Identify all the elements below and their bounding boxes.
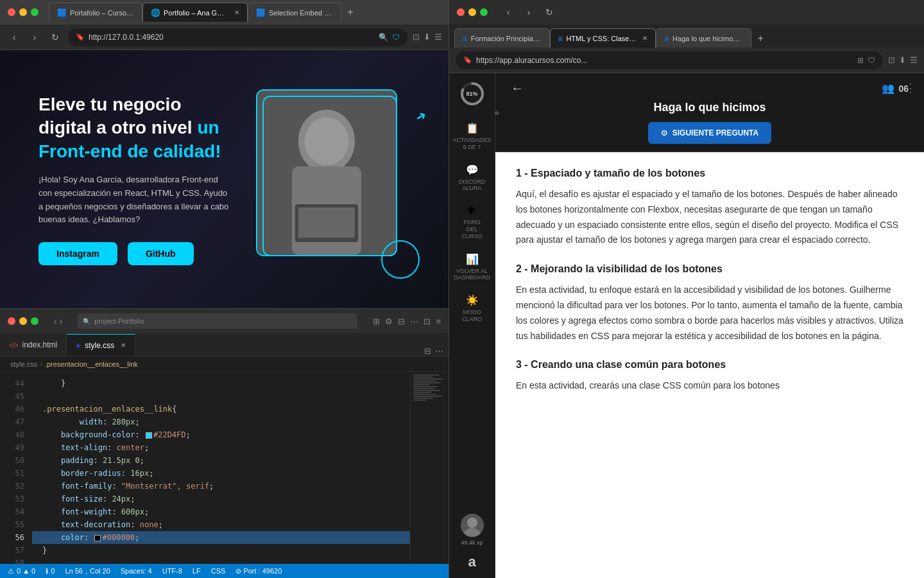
minimize-button[interactable] bbox=[19, 8, 27, 16]
sidebar-item-dashboard[interactable]: 📊 VOLVER ALDASHBOARD bbox=[456, 248, 489, 287]
editor-menu-icon[interactable]: ≡ bbox=[436, 317, 441, 326]
line-num-45: 45 bbox=[0, 390, 32, 403]
minimap-line bbox=[413, 396, 443, 397]
next-question-button[interactable]: ⊙ SIGUIENTE PREGUNTA bbox=[648, 122, 771, 144]
editor-traffic-lights bbox=[8, 317, 38, 325]
tab-portafolio[interactable]: 🟦 Portafolio – Curso (Cop… bbox=[49, 3, 142, 22]
language-text: CSS bbox=[211, 567, 226, 575]
more-options-button[interactable]: ⋮ bbox=[905, 81, 916, 95]
right-url-bar[interactable]: 🔖 https://app.aluracursos.com/co... ⊞ 🛡 bbox=[456, 51, 883, 69]
tab-close-portfolio[interactable]: ✕ bbox=[234, 9, 239, 16]
right-new-tab-button[interactable]: + bbox=[751, 30, 769, 48]
reload-button[interactable]: ↻ bbox=[47, 30, 63, 45]
website-preview: Eleve tu negocio digital a otro nivel un… bbox=[0, 50, 449, 308]
tab-style-css[interactable]: ◈ style.css ✕ bbox=[67, 334, 135, 356]
editor-file-tabs: </> index.html ◈ style.css ✕ ⊟ ⋯ bbox=[0, 333, 449, 356]
right-maximize-btn[interactable] bbox=[480, 8, 488, 16]
settings-icon[interactable]: ☰ bbox=[434, 32, 442, 42]
tab-favicon-portafolio: 🟦 bbox=[57, 8, 66, 17]
editor-close[interactable] bbox=[8, 317, 15, 325]
tab-label-haga: Haga lo que hicimos | H… bbox=[672, 35, 743, 42]
right-download-icon[interactable]: ⬇ bbox=[899, 55, 906, 65]
tab-close-html-css[interactable]: ✕ bbox=[642, 35, 647, 42]
hero-section: Eleve tu negocio digital a otro nivel un… bbox=[38, 89, 410, 269]
close-button[interactable] bbox=[8, 8, 15, 16]
editor-grid-icon[interactable]: ⊟ bbox=[398, 317, 405, 326]
alura-sidebar: 81% 📋 ACTIVIDADES6 DE 7 💬 DISCORDALURA 🗣… bbox=[449, 73, 495, 578]
user-avatar[interactable] bbox=[461, 514, 484, 537]
tab-index-html[interactable]: </> index.html bbox=[0, 334, 67, 356]
download-icon[interactable]: ⬇ bbox=[424, 32, 431, 42]
screen-cast-icon[interactable]: ⊡ bbox=[413, 32, 420, 42]
tab-formacion[interactable]: a Formación Principiante… bbox=[454, 28, 550, 48]
search-icon: 🔍 bbox=[83, 318, 90, 325]
hero-title: Eleve tu negocio digital a otro nivel un… bbox=[38, 93, 230, 163]
status-warnings-text: 0 bbox=[51, 567, 55, 575]
status-spaces: Spaces: 4 bbox=[121, 567, 152, 575]
lesson-title: Haga lo que hicimos bbox=[511, 101, 909, 114]
tab-haga[interactable]: a Haga lo que hicimos | H… bbox=[656, 28, 751, 48]
line-num-55: 55 bbox=[0, 518, 32, 531]
editor-more-layout-icon[interactable]: ⋯ bbox=[435, 346, 443, 356]
right-minimize-btn[interactable] bbox=[468, 8, 476, 16]
tab-label-portafolio: Portafolio – Curso (Cop… bbox=[70, 9, 134, 17]
right-close-btn[interactable] bbox=[457, 8, 465, 16]
editor-layout-actions: ⊟ ⋯ bbox=[419, 346, 449, 356]
tab-embed[interactable]: 🟦 Selection Embed Code bbox=[248, 3, 341, 22]
right-back-btn[interactable]: ‹ bbox=[501, 4, 516, 20]
editor-settings-icon[interactable]: ⚙ bbox=[385, 317, 393, 326]
activity-2-text: En esta actividad, tu enfoque estará en … bbox=[516, 283, 903, 344]
sidebar-item-discord[interactable]: 💬 DISCORDALURA bbox=[456, 159, 489, 198]
tab-html-css[interactable]: a HTML y CSS: Clase… ✕ bbox=[550, 28, 656, 48]
editor-back-btn[interactable]: ‹ bbox=[54, 316, 57, 326]
sidebar-item-foro[interactable]: 🗣 FORO DELCURSO bbox=[456, 200, 489, 245]
activity-1-text: Aquí, el desafío es ajustar el espaciado… bbox=[516, 187, 903, 248]
code-line-51: border-radius: 16px; bbox=[42, 467, 400, 480]
editor-maximize[interactable] bbox=[31, 317, 38, 325]
sidebar-label-actividades: ACTIVIDADES6 DE 7 bbox=[453, 137, 492, 151]
activity-3-title: 3 - Creando una clase común para botones bbox=[516, 359, 903, 371]
maximize-button[interactable] bbox=[31, 8, 38, 16]
url-bar[interactable]: 🔖 http://127.0.0.1:49620 🔍 🛡 bbox=[68, 28, 407, 46]
forward-button[interactable]: › bbox=[27, 30, 42, 45]
eol-text: LF bbox=[193, 567, 201, 575]
status-language: CSS bbox=[211, 567, 226, 575]
editor-forward-btn[interactable]: › bbox=[60, 316, 63, 326]
sidebar-item-modo-claro[interactable]: ☀️ MODOCLARO bbox=[456, 289, 489, 328]
line-num-44: 44 bbox=[0, 377, 32, 390]
editor-split-icon[interactable]: ⊞ bbox=[373, 317, 380, 326]
right-forward-btn[interactable]: › bbox=[521, 4, 536, 20]
right-settings-icon[interactable]: ☰ bbox=[910, 55, 918, 65]
back-arrow-button[interactable]: ← bbox=[511, 81, 524, 96]
right-reload-btn[interactable]: ↻ bbox=[542, 4, 557, 20]
editor-split-layout-icon[interactable]: ⊟ bbox=[424, 346, 431, 356]
tab-portfolio-ana[interactable]: 🌐 Portfolio – Ana Garc… ✕ bbox=[142, 3, 248, 22]
editor-breadcrumb: style.css › .presentacion__enlaces__link bbox=[0, 356, 449, 372]
new-tab-button[interactable]: + bbox=[341, 3, 359, 21]
back-button[interactable]: ‹ bbox=[6, 30, 22, 45]
sidebar-item-actividades[interactable]: 📋 ACTIVIDADES6 DE 7 bbox=[456, 117, 489, 156]
github-button[interactable]: GitHub bbox=[128, 242, 194, 265]
lesson-nav-row: ← 👥 06 bbox=[511, 81, 909, 96]
code-line-49: text-align: center; bbox=[42, 441, 400, 454]
search-icon: 🔍 bbox=[379, 33, 388, 42]
ln-col-text: Ln 56 bbox=[65, 567, 83, 575]
activities-icon: 📋 bbox=[466, 122, 479, 134]
instagram-button[interactable]: Instagram bbox=[38, 242, 117, 265]
minimap-line bbox=[413, 378, 443, 380]
tab-close-style-css[interactable]: ✕ bbox=[121, 342, 126, 349]
sidebar-expand-button[interactable]: » bbox=[495, 107, 499, 118]
right-browser-actions: ⊡ ⬇ ☰ bbox=[888, 55, 918, 65]
right-cast-icon[interactable]: ⊡ bbox=[888, 55, 895, 65]
code-line-54: font-weight: 600px; bbox=[42, 505, 400, 518]
lesson-content[interactable]: 1 - Espaciado y tamaño de los botones Aq… bbox=[495, 152, 924, 578]
sidebar-progress-circle: 81% bbox=[459, 81, 485, 107]
editor-search-bar[interactable]: 🔍 project-Portfolio bbox=[78, 313, 357, 329]
spaces-text: Spaces: 4 bbox=[121, 567, 152, 575]
editor-more-icon[interactable]: ⋯ bbox=[410, 317, 418, 326]
minimap-line bbox=[413, 374, 440, 376]
editor-minimize[interactable] bbox=[19, 317, 27, 325]
code-editor-area[interactable]: } .presentacion__enlaces__link{ width: 2… bbox=[32, 372, 410, 564]
editor-split-view-icon[interactable]: ⊡ bbox=[424, 317, 431, 326]
hero-title-start: Eleve tu negocio digital a otro nivel bbox=[38, 94, 197, 137]
